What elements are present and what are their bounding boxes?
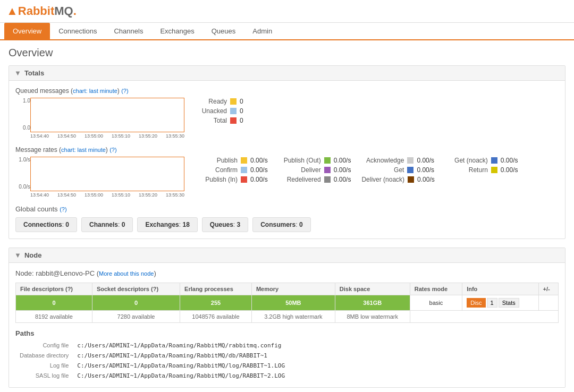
path-sasl-label: SASL log file — [15, 371, 73, 381]
path-sasl: SASL log file C:/Users/ADMINI~1/AppData/… — [15, 371, 289, 381]
th-disk: Disk space — [335, 283, 410, 295]
info-btn-disc[interactable]: Disc — [467, 298, 485, 308]
rate-confirm-color — [241, 167, 247, 173]
td-disk-avail: 8MB low watermark — [335, 311, 410, 323]
totals-chart-canvas — [30, 98, 184, 132]
rate-deliver: Deliver 0.00/s — [278, 166, 351, 174]
node-section: ▼ Node Node: rabbit@Lenovo-PC (More abou… — [9, 248, 565, 388]
chart-help[interactable]: (?) — [121, 88, 128, 94]
td-socket-desc-val: 0 — [92, 295, 180, 311]
td-file-desc-avail: 8192 available — [16, 311, 92, 323]
rate-deliver-noack-color — [408, 176, 414, 183]
rate-get-noack: Get (noack) 0.00/s — [445, 157, 518, 164]
nav-connections[interactable]: Connections — [50, 23, 105, 39]
logo: ▲ Rabbit MQ . — [6, 4, 77, 18]
info-btn-stats[interactable]: Stats — [499, 298, 519, 308]
rate-return-color — [491, 167, 497, 173]
rates-chart-wrapper: 1.0/s 0.0/s 13:54:40 13:54:50 13:55:00 1… — [15, 157, 184, 198]
legend-ready: Ready 0 — [195, 98, 259, 105]
logo-mq: MQ — [54, 4, 73, 18]
global-counts-area: Global counts (?) Connections: 0 Channel… — [15, 205, 559, 232]
td-plus-minus — [538, 295, 558, 311]
td-socket-desc-avail: 7280 available — [92, 311, 180, 323]
info-btn-1[interactable]: 1 — [487, 298, 497, 308]
th-rates-mode: Rates mode — [410, 283, 462, 295]
legend-total: Total 0 — [195, 117, 259, 124]
rate-get: Get 0.00/s — [361, 166, 434, 174]
rates-y-bottom: 0.0/s — [15, 184, 30, 190]
rates-y-top: 1.0/s — [15, 157, 30, 163]
th-plus-minus: +/- — [538, 283, 558, 295]
nav-admin[interactable]: Admin — [244, 23, 281, 39]
paths-table: Config file c:/Users/ADMINI~1/AppData/Ro… — [15, 340, 289, 381]
main-content: Overview ▼ Totals Queued messages (chart… — [0, 40, 574, 392]
rates-columns: Publish 0.00/s Confirm 0.00/s Publish (I… — [195, 157, 518, 183]
totals-chart-wrapper: 1.0 0.0 13:54:40 13:54:50 13:55:00 — [15, 98, 184, 139]
td-memory-val: 50MB — [251, 295, 335, 311]
rates-chart-container: 1.0/s 0.0/s 13:54:40 13:54:50 13:55:00 1… — [15, 157, 184, 198]
totals-header[interactable]: ▼ Totals — [9, 66, 565, 81]
info-buttons: Disc 1 Stats — [467, 298, 534, 308]
logo-dot: . — [73, 4, 77, 18]
rate-return: Return 0.00/s — [445, 166, 518, 174]
rates-col1: Publish 0.00/s Confirm 0.00/s Publish (I… — [195, 157, 268, 183]
td-file-desc-val: 0 — [16, 295, 92, 311]
node-label: Node: rabbit@Lenovo-PC (More about this … — [15, 269, 559, 277]
rate-publish-color — [241, 157, 247, 164]
nav-channels[interactable]: Channels — [105, 23, 151, 39]
th-file-desc: File descriptors (?) — [16, 283, 92, 295]
rate-get-color — [407, 167, 413, 173]
td-erlang-avail: 1048576 available — [180, 311, 252, 323]
th-socket-desc: Socket descriptors (?) — [92, 283, 180, 295]
paths-title: Paths — [15, 329, 559, 337]
global-counts-badges: Connections: 0 Channels: 0 Exchanges: 18… — [15, 217, 559, 232]
totals-y-labels: 1.0 0.0 — [15, 98, 30, 139]
global-counts-title: Global counts (?) — [15, 205, 559, 213]
node-section-title: Node — [24, 251, 42, 259]
totals-title: Totals — [24, 69, 44, 77]
chart-link[interactable]: chart: last minute — [73, 88, 117, 94]
more-about-node-link[interactable]: More about this node — [99, 270, 154, 277]
rate-get-noack-color — [491, 157, 497, 164]
message-rates-title: Message rates (chart: last minute) (?) — [15, 146, 559, 154]
totals-y-bottom: 0.0 — [15, 125, 30, 131]
rate-acknowledge-color — [407, 157, 413, 164]
rate-publish-in: Publish (In) 0.00/s — [195, 176, 268, 183]
rates-chart-section: 1.0/s 0.0/s 13:54:40 13:54:50 13:55:00 1… — [15, 157, 559, 198]
rates-chart-help[interactable]: (?) — [109, 147, 116, 153]
nav-exchanges[interactable]: Exchanges — [151, 23, 202, 39]
header: ▲ Rabbit MQ . — [0, 0, 574, 23]
th-erlang: Erlang processes — [180, 283, 252, 295]
node-table-value-row: 0 0 255 50MB 361GB basic Disc 1 Stats — [16, 295, 559, 311]
td-erlang-val: 255 — [180, 295, 252, 311]
td-info: Disc 1 Stats — [462, 295, 538, 311]
rate-publish: Publish 0.00/s — [195, 157, 268, 164]
rates-chart-link[interactable]: chart: last minute — [61, 147, 106, 153]
global-counts-help[interactable]: (?) — [60, 206, 66, 212]
legend-ready-color — [230, 98, 237, 105]
message-rates-area: Message rates (chart: last minute) (?) 1… — [15, 146, 559, 198]
nav-queues[interactable]: Queues — [203, 23, 244, 39]
totals-legend: Ready 0 Unacked 0 Total 0 — [195, 98, 259, 124]
path-sasl-value: C:/Users/ADMINI~1/AppData/Roaming/Rabbit… — [73, 371, 289, 381]
rate-acknowledge: Acknowledge 0.00/s — [361, 157, 434, 164]
logo-icon: ▲ — [6, 4, 18, 18]
path-log-label: Log file — [15, 361, 73, 371]
th-memory: Memory — [251, 283, 335, 295]
rate-confirm: Confirm 0.00/s — [195, 166, 268, 174]
node-header[interactable]: ▼ Node — [9, 248, 565, 263]
nav-bar: Overview Connections Channels Exchanges … — [0, 23, 574, 40]
node-table-header-row: File descriptors (?) Socket descriptors … — [16, 283, 559, 295]
td-memory-avail: 3.2GB high watermark — [251, 311, 335, 323]
nav-overview[interactable]: Overview — [4, 23, 50, 39]
path-config-label: Config file — [15, 340, 73, 351]
node-arrow: ▼ — [14, 251, 21, 259]
count-queues: Queues: 3 — [202, 217, 248, 232]
page-title: Overview — [9, 47, 565, 59]
count-consumers: Consumers: 0 — [252, 217, 310, 232]
totals-y-top: 1.0 — [15, 98, 30, 104]
path-config-value: c:/Users/ADMINI~1/AppData/Roaming/Rabbit… — [73, 340, 289, 351]
rates-col2: Publish (Out) 0.00/s Deliver 0.00/s Rede… — [278, 157, 351, 183]
path-database-label: Database directory — [15, 351, 73, 361]
rates-y-labels: 1.0/s 0.0/s — [15, 157, 30, 198]
